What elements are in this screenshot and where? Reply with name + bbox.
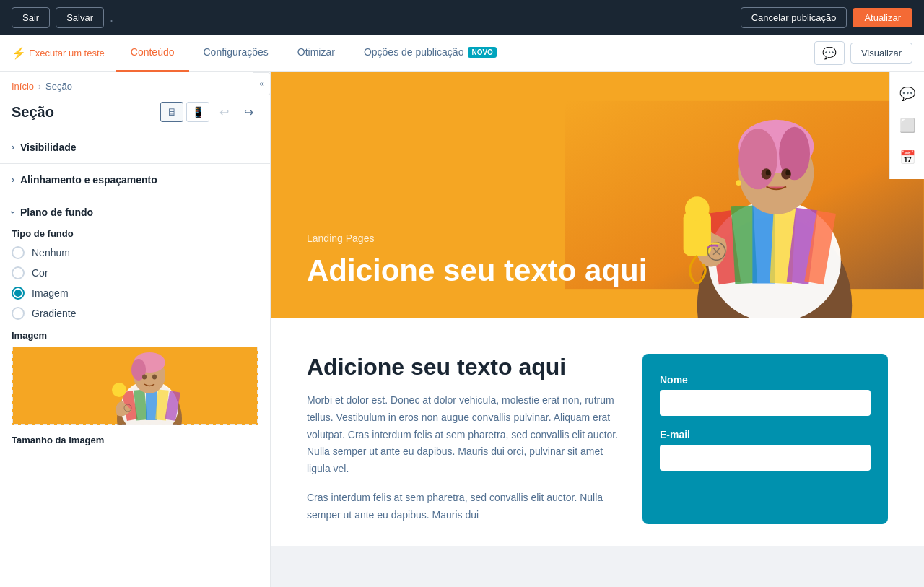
svg-point-29 (738, 129, 777, 189)
hero-section: Landing Pages Adicione seu texto aqui (271, 72, 924, 318)
accordion-visibilidade: › Visibilidade (0, 131, 270, 163)
mobile-view-button[interactable]: 📱 (186, 102, 209, 122)
top-bar: Sair Salvar . Cancelar publicação Atuali… (0, 0, 924, 35)
accordion-alinhamento-header[interactable]: › Alinhamento e espaçamento (0, 164, 270, 196)
form-email-input[interactable] (660, 445, 871, 471)
accordion-visibilidade-header[interactable]: › Visibilidade (0, 131, 270, 163)
preview-button[interactable]: Visualizar (850, 43, 912, 64)
content-body-2: Cras interdum felis at sem pharetra, sed… (307, 490, 621, 524)
tab-otimizar[interactable]: Otimizar (283, 35, 349, 72)
top-bar-right: Cancelar publicação Atualizar (741, 7, 912, 28)
hero-content: Landing Pages Adicione seu texto aqui (271, 204, 683, 318)
side-calendar-icon: 📅 (899, 149, 915, 165)
section-header: Seção 🖥 📱 ↩ ↪ (0, 96, 270, 131)
side-layout-icon: ⬜ (899, 118, 915, 134)
image-preview[interactable] (12, 347, 258, 425)
tipo-fundo-label: Tipo de fundo (12, 228, 258, 239)
tab-opcoes[interactable]: Opções de publicação NOVO (349, 35, 511, 72)
save-button[interactable]: Salvar (56, 7, 104, 28)
content-text-area: Adicione seu texto aqui Morbi et dolor e… (307, 354, 621, 524)
side-calendar-button[interactable]: 📅 (890, 142, 925, 173)
breadcrumb-home[interactable]: Início (12, 81, 34, 92)
tab-bar-left: ⚡ Executar um teste Conteúdo Configuraçõ… (12, 35, 511, 72)
radio-gradiente[interactable]: Gradiente (12, 307, 258, 320)
content-body-1: Morbi et dolor est. Donec at dolor vehic… (307, 392, 621, 478)
collapse-button[interactable]: « (253, 72, 271, 95)
radio-imagem[interactable]: Imagem (12, 287, 258, 300)
exec-test-label: Executar um teste (29, 48, 105, 58)
tab-bar-right: 💬 Visualizar (814, 41, 912, 65)
exit-button[interactable]: Sair (12, 7, 50, 28)
content-section: Adicione seu texto aqui Morbi et dolor e… (271, 318, 924, 546)
form-email-label: E-mail (660, 429, 871, 440)
exec-test-icon: ⚡ (12, 46, 26, 60)
content-title: Adicione seu texto aqui (307, 354, 621, 381)
plano-fundo-body: Tipo de fundo Nenhum Cor Ima (0, 228, 270, 463)
exec-test-link[interactable]: ⚡ Executar um teste (12, 46, 105, 60)
visibilidade-chevron: › (12, 142, 14, 152)
radio-cor[interactable]: Cor (12, 266, 258, 279)
right-panel: Landing Pages Adicione seu texto aqui (271, 72, 924, 587)
hero-title: Adicione seu texto aqui (307, 253, 647, 289)
novo-badge: NOVO (468, 47, 496, 58)
tab-bar: ⚡ Executar um teste Conteúdo Configuraçõ… (0, 35, 924, 72)
tab-configuracoes[interactable]: Configurações (189, 35, 283, 72)
top-bar-left: Sair Salvar . (12, 7, 113, 28)
breadcrumb-separator: › (38, 82, 41, 92)
visibilidade-label: Visibilidade (20, 142, 77, 153)
accordion-alinhamento: › Alinhamento e espaçamento (0, 163, 270, 196)
radio-imagem-label: Imagem (32, 287, 69, 299)
radio-circle-nenhum (12, 246, 25, 259)
alinhamento-label: Alinhamento e espaçamento (20, 174, 157, 186)
plano-fundo-chevron: › (8, 211, 18, 214)
radio-circle-imagem (12, 287, 25, 300)
undo-button[interactable]: ↩ (214, 102, 234, 122)
desktop-icon: 🖥 (167, 106, 177, 118)
image-section-label: Imagem (12, 330, 258, 341)
device-toolbar: 🖥 📱 (160, 102, 209, 122)
separator: . (110, 10, 113, 25)
form-nome-input[interactable] (660, 390, 871, 416)
breadcrumb-current: Seção (45, 81, 72, 92)
update-button[interactable]: Atualizar (853, 8, 912, 27)
svg-point-36 (685, 196, 710, 221)
side-comment-icon: 💬 (899, 86, 915, 102)
collapse-icon: « (259, 79, 264, 89)
right-side-icons: 💬 ⬜ 📅 (889, 72, 924, 179)
section-title: Seção (12, 104, 54, 121)
svg-point-33 (766, 170, 770, 176)
toolbar-right: 🖥 📱 ↩ ↪ (160, 102, 258, 122)
accordion-plano-fundo: › Plano de fundo Tipo de fundo Nenhum Co… (0, 196, 270, 463)
radio-circle-gradiente (12, 307, 25, 320)
background-type-group: Nenhum Cor Imagem Gradient (12, 246, 258, 320)
mobile-icon: 📱 (192, 106, 204, 118)
main-layout: « Início › Seção Seção 🖥 📱 ↩ ↪ (0, 72, 924, 587)
plano-fundo-label: Plano de fundo (20, 206, 93, 218)
image-size-label: Tamanho da imagem (12, 435, 258, 445)
left-panel: « Início › Seção Seção 🖥 📱 ↩ ↪ (0, 72, 271, 587)
redo-button[interactable]: ↪ (238, 102, 258, 122)
tab-conteudo[interactable]: Conteúdo (116, 35, 189, 72)
image-preview-svg (12, 347, 258, 425)
svg-point-38 (736, 180, 742, 186)
radio-cor-label: Cor (32, 267, 48, 279)
radio-nenhum-label: Nenhum (32, 247, 70, 258)
breadcrumb: Início › Seção (0, 72, 270, 96)
svg-point-14 (112, 383, 126, 397)
radio-gradiente-label: Gradiente (32, 308, 76, 319)
svg-point-12 (142, 375, 147, 380)
desktop-view-button[interactable]: 🖥 (160, 102, 183, 122)
form-card: Nome E-mail (642, 354, 888, 524)
accordion-plano-fundo-header[interactable]: › Plano de fundo (0, 196, 270, 228)
form-nome-label: Nome (660, 374, 871, 386)
side-comment-button[interactable]: 💬 (890, 78, 925, 110)
svg-point-13 (152, 375, 157, 380)
radio-circle-cor (12, 266, 25, 279)
radio-nenhum[interactable]: Nenhum (12, 246, 258, 259)
comment-button[interactable]: 💬 (814, 41, 845, 65)
side-layout-button[interactable]: ⬜ (890, 110, 925, 142)
hero-tag: Landing Pages (307, 232, 647, 244)
alinhamento-chevron: › (12, 175, 14, 185)
svg-point-34 (786, 170, 790, 176)
cancel-pub-button[interactable]: Cancelar publicação (741, 7, 847, 28)
